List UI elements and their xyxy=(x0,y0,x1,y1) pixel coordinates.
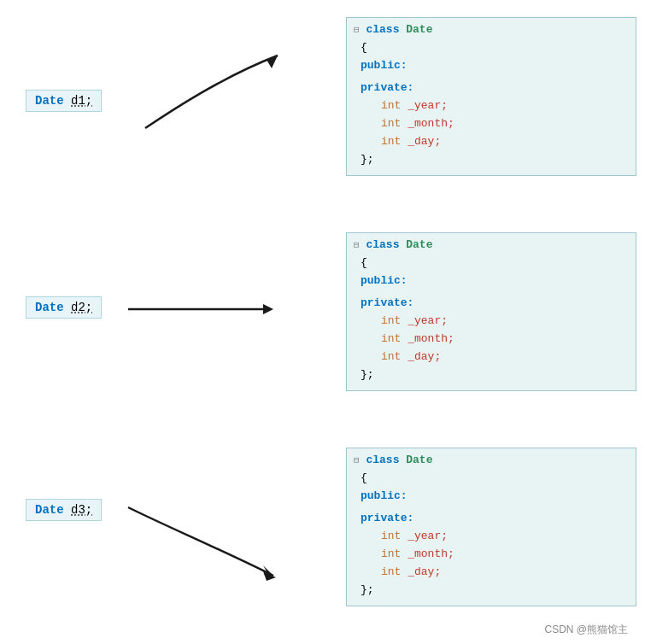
class-name-3: Date xyxy=(406,454,432,466)
code-line-class-3: ⊟ class Date xyxy=(354,452,629,470)
row-3: Date d3; ⊟ class Date { public: private:… xyxy=(0,448,645,644)
code-line-closebrace-2: }; xyxy=(354,366,629,384)
code-line-month-2: int _month; xyxy=(354,331,629,348)
svg-marker-1 xyxy=(263,304,273,314)
minus-3: ⊟ xyxy=(354,455,360,465)
code-line-brace1-2: { xyxy=(354,255,629,272)
field-day-1: _day; xyxy=(408,135,441,148)
field-day-2: _day; xyxy=(408,350,441,363)
code-line-class-2: ⊟ class Date xyxy=(354,237,629,255)
int-month-2: int xyxy=(381,332,401,345)
int-year-3: int xyxy=(381,530,401,542)
kw-private-3: private: xyxy=(361,512,413,524)
code-line-day-1: int _day; xyxy=(354,133,629,151)
code-box-1: ⊟ class Date { public: private: int _yea… xyxy=(346,17,636,176)
code-line-brace1-3: { xyxy=(354,470,629,488)
field-year-3: _year; xyxy=(408,530,448,542)
field-year-2: _year; xyxy=(408,314,448,327)
field-month-2: _month; xyxy=(408,332,454,345)
var-identifier-3: d3; xyxy=(71,503,92,517)
int-day-3: int xyxy=(381,565,401,578)
int-day-1: int xyxy=(381,135,401,148)
var-identifier-2: d2; xyxy=(71,301,92,314)
kw-private-1: private: xyxy=(361,81,413,94)
watermark: CSDN @熊猫馆主 xyxy=(544,623,628,637)
class-name-1: Date xyxy=(406,23,432,36)
var-box-1: Date d1; xyxy=(26,90,102,112)
var-box-3: Date d3; xyxy=(26,499,102,521)
kw-public-1: public: xyxy=(361,59,408,72)
int-month-3: int xyxy=(381,547,401,560)
code-box-2: ⊟ class Date { public: private: int _yea… xyxy=(346,232,636,391)
int-year-2: int xyxy=(381,314,401,327)
code-line-private-3: private: xyxy=(354,510,629,528)
int-year-1: int xyxy=(381,99,401,112)
var-box-2: Date d2; xyxy=(26,296,102,319)
field-month-1: _month; xyxy=(408,117,454,130)
field-day-3: _day; xyxy=(408,565,441,578)
code-line-public-2: public: xyxy=(354,272,629,290)
var-keyword-1: Date xyxy=(35,94,64,108)
kw-public-2: public: xyxy=(361,274,408,287)
field-month-3: _month; xyxy=(408,547,454,560)
code-line-public-1: public: xyxy=(354,57,629,75)
code-line-closebrace-3: }; xyxy=(354,582,629,600)
code-line-day-2: int _day; xyxy=(354,348,629,366)
var-keyword-2: Date xyxy=(35,301,64,314)
arrow-1 xyxy=(120,43,299,145)
code-line-public-3: public: xyxy=(354,488,629,506)
arrow-2 xyxy=(111,284,299,335)
var-identifier-1: d1; xyxy=(71,94,92,108)
arrow-3 xyxy=(111,490,308,593)
code-line-year-2: int _year; xyxy=(354,313,629,331)
int-month-1: int xyxy=(381,117,401,130)
code-line-closebrace-1: }; xyxy=(354,151,629,169)
minus-1: ⊟ xyxy=(354,25,360,35)
class-name-2: Date xyxy=(406,238,432,251)
minus-2: ⊟ xyxy=(354,240,360,250)
code-line-month-1: int _month; xyxy=(354,115,629,133)
kw-class-1: class xyxy=(366,23,406,36)
row-1: Date d1; ⊟ class Date { public: private:… xyxy=(0,17,645,214)
code-line-year-3: int _year; xyxy=(354,528,629,546)
row-2: Date d2; ⊟ class Date { public: private:… xyxy=(0,232,645,429)
code-line-year-1: int _year; xyxy=(354,97,629,115)
code-line-class-1: ⊟ class Date xyxy=(354,21,629,39)
field-year-1: _year; xyxy=(408,99,448,112)
var-keyword-3: Date xyxy=(35,503,64,517)
kw-class-3: class xyxy=(366,454,406,466)
code-box-3: ⊟ class Date { public: private: int _yea… xyxy=(346,448,636,606)
code-line-day-3: int _day; xyxy=(354,564,629,582)
int-day-2: int xyxy=(381,350,401,363)
code-line-private-1: private: xyxy=(354,79,629,97)
kw-public-3: public: xyxy=(361,489,408,502)
code-line-brace1-1: { xyxy=(354,39,629,57)
code-line-private-2: private: xyxy=(354,295,629,313)
code-line-month-3: int _month; xyxy=(354,546,629,564)
kw-private-2: private: xyxy=(361,296,413,309)
kw-class-2: class xyxy=(366,238,406,251)
